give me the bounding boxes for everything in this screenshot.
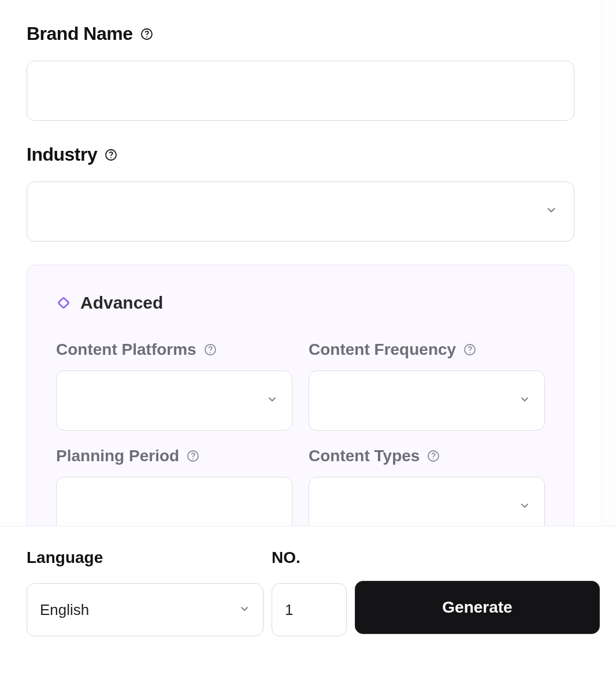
help-icon[interactable] — [463, 343, 477, 357]
brand-name-label: Brand Name — [27, 23, 133, 45]
planning-period-label: Planning Period — [56, 447, 179, 465]
svg-point-6 — [210, 352, 211, 353]
svg-point-1 — [146, 36, 147, 38]
help-icon[interactable] — [426, 449, 440, 463]
svg-point-8 — [469, 352, 470, 353]
chevron-down-icon — [266, 394, 278, 407]
planning-period-group: Planning Period — [56, 447, 292, 526]
content-frequency-select[interactable] — [309, 370, 545, 431]
generate-label: Generate — [442, 598, 512, 617]
brand-name-label-row: Brand Name — [27, 23, 574, 45]
content-platforms-label: Content Platforms — [56, 340, 196, 359]
chevron-down-icon — [239, 601, 250, 619]
advanced-header: Advanced — [56, 293, 545, 313]
language-value: English — [40, 601, 89, 619]
number-group: NO. 1 — [272, 548, 347, 636]
chevron-down-icon — [545, 203, 558, 221]
language-select[interactable]: English — [27, 583, 264, 636]
help-icon[interactable] — [140, 27, 154, 41]
generate-button[interactable]: Generate — [355, 581, 600, 634]
content-types-label: Content Types — [309, 447, 420, 465]
svg-rect-4 — [58, 298, 69, 308]
chevron-down-icon — [519, 500, 530, 514]
form-page: Brand Name Industry — [0, 0, 616, 682]
content-frequency-label: Content Frequency — [309, 340, 456, 359]
industry-label-row: Industry — [27, 144, 574, 165]
industry-label: Industry — [27, 144, 97, 165]
advanced-title: Advanced — [80, 293, 163, 313]
industry-select[interactable] — [27, 181, 574, 242]
planning-period-label-row: Planning Period — [56, 447, 292, 465]
generate-group: Generate — [355, 548, 600, 634]
language-label: Language — [27, 548, 264, 567]
help-icon[interactable] — [104, 148, 118, 162]
content-frequency-label-row: Content Frequency — [309, 340, 545, 359]
number-label: NO. — [272, 548, 347, 567]
scrollbar-track[interactable] — [601, 0, 616, 526]
brand-name-group: Brand Name — [27, 23, 574, 121]
number-value: 1 — [285, 601, 293, 619]
advanced-section: Advanced Content Platforms — [27, 265, 574, 526]
content-frequency-group: Content Frequency — [309, 340, 545, 431]
svg-point-12 — [433, 458, 434, 459]
help-icon[interactable] — [186, 449, 200, 463]
content-platforms-label-row: Content Platforms — [56, 340, 292, 359]
advanced-grid: Content Platforms — [56, 340, 545, 526]
chevron-down-icon — [519, 394, 530, 407]
svg-point-10 — [192, 458, 194, 459]
language-group: Language English — [27, 548, 264, 636]
svg-point-3 — [110, 157, 112, 158]
number-input[interactable]: 1 — [272, 583, 347, 636]
form-scroll: Brand Name Industry — [0, 0, 601, 526]
content-platforms-group: Content Platforms — [56, 340, 292, 431]
content-types-select[interactable] — [309, 477, 545, 526]
diamond-icon — [56, 295, 71, 310]
planning-period-input[interactable] — [56, 477, 292, 526]
content-platforms-select[interactable] — [56, 370, 292, 431]
brand-name-input[interactable] — [27, 61, 574, 121]
industry-group: Industry — [27, 144, 574, 242]
help-icon[interactable] — [203, 343, 217, 357]
footer-bar: Language English NO. 1 Generate — [0, 526, 616, 682]
content-types-label-row: Content Types — [309, 447, 545, 465]
content-types-group: Content Types — [309, 447, 545, 526]
